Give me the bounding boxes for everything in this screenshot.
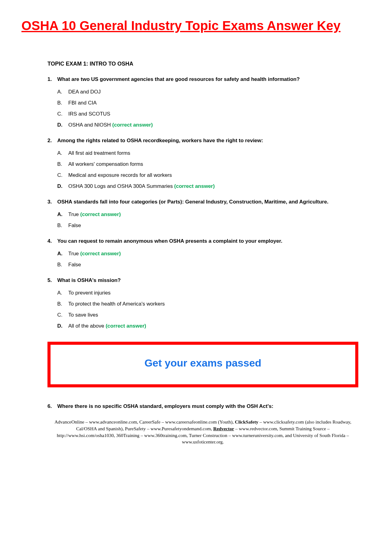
answer-letter: A. [57,211,68,218]
question-1: 1.What are two US government agencies th… [47,76,358,128]
answer-letter: B. [57,161,68,168]
topic-header: TOPIC EXAM 1: INTRO TO OSHA [47,61,358,67]
question-number: 6. [47,403,57,410]
footer-seg-1: AdvanceOnline – www.advanceonline.com, C… [55,419,235,424]
question-number: 3. [47,198,57,206]
answer-option: A.DEA and DOJ [57,89,358,95]
answer-text: To prevent injuries [68,290,358,296]
answer-option: D.OSHA 300 Logs and OSHA 300A Summaries … [57,183,358,190]
answer-text: Medical and exposure records for all wor… [68,172,358,179]
answer-letter: B. [57,100,68,106]
cta-text: Get your exams passed [145,357,262,369]
answer-option: A.All first aid treatment forms [57,150,358,157]
answer-option: D.All of the above (correct answer) [57,323,358,329]
answer-text: All of the above (correct answer) [68,323,358,329]
correct-answer-label: (correct answer) [111,122,153,128]
answer-option: C.To save lives [57,312,358,318]
answer-letter: C. [57,312,68,318]
answer-text: IRS and SCOTUS [68,111,358,117]
answer-letter: B. [57,261,68,268]
question-6: 6. Where there is no specific OSHA stand… [47,403,358,410]
answer-text: FBI and CIA [68,100,358,106]
correct-answer-label: (correct answer) [173,183,215,189]
answer-option: B.False [57,261,358,268]
question-number: 4. [47,238,57,245]
question-2: 2.Among the rights related to OSHA recor… [47,137,358,190]
answer-text: False [68,222,358,229]
answer-letter: B. [57,222,68,229]
answer-option: B.False [57,222,358,229]
footer-providers: AdvanceOnline – www.advanceonline.com, C… [47,419,358,445]
correct-answer-label: (correct answer) [104,323,146,329]
answer-text: To save lives [68,312,358,318]
answer-letter: D. [57,323,68,329]
answer-letter: A. [57,150,68,157]
answer-letter: C. [57,172,68,179]
answer-text: To protect the health of America's worke… [68,301,358,307]
footer-clicksafety: ClickSafety [235,419,258,424]
answer-text: OSHA 300 Logs and OSHA 300A Summaries (c… [68,183,358,190]
answer-letter: A. [57,89,68,95]
answer-letter: A. [57,250,68,257]
question-number: 5. [47,277,57,284]
footer-redvector: Redvector [213,426,234,431]
answer-text: True (correct answer) [68,211,358,218]
answer-letter: C. [57,111,68,117]
answer-text: All workers' compensation forms [68,161,358,168]
question-3: 3.OSHA standards fall into four categori… [47,198,358,229]
question-text: Among the rights related to OSHA recordk… [57,137,358,144]
correct-answer-label: (correct answer) [79,211,121,217]
answer-text: All first aid treatment forms [68,150,358,157]
answer-text: DEA and DOJ [68,89,358,95]
question-text: What are two US government agencies that… [57,76,358,83]
cta-banner[interactable]: Get your exams passed [47,342,358,387]
question-text: OSHA standards fall into four categories… [57,198,358,206]
answer-letter: B. [57,301,68,307]
answer-letter: D. [57,122,68,128]
correct-answer-label: (correct answer) [79,251,121,257]
question-number: 1. [47,76,57,83]
question-text: What is OSHA's mission? [57,277,358,284]
answer-option: D.OSHA and NIOSH (correct answer) [57,122,358,128]
page-title: OSHA 10 General Industry Topic Exams Ans… [21,18,371,33]
question-4: 4.You can request to remain anonymous wh… [47,238,358,268]
answer-letter: A. [57,290,68,296]
answer-option: A.True (correct answer) [57,250,358,257]
answer-option: A.To prevent injuries [57,290,358,296]
question-text: You can request to remain anonymous when… [57,238,358,245]
answer-option: C.IRS and SCOTUS [57,111,358,117]
answer-text: OSHA and NIOSH (correct answer) [68,122,358,128]
question-number: 2. [47,137,57,144]
answer-text: True (correct answer) [68,250,358,257]
answer-option: B.To protect the health of America's wor… [57,301,358,307]
answer-option: A.True (correct answer) [57,211,358,218]
answer-option: B.FBI and CIA [57,100,358,106]
question-5: 5.What is OSHA's mission?A.To prevent in… [47,277,358,329]
answer-option: C.Medical and exposure records for all w… [57,172,358,179]
answer-letter: D. [57,183,68,190]
answer-option: B.All workers' compensation forms [57,161,358,168]
question-text: Where there is no specific OSHA standard… [57,403,358,410]
answer-text: False [68,261,358,268]
